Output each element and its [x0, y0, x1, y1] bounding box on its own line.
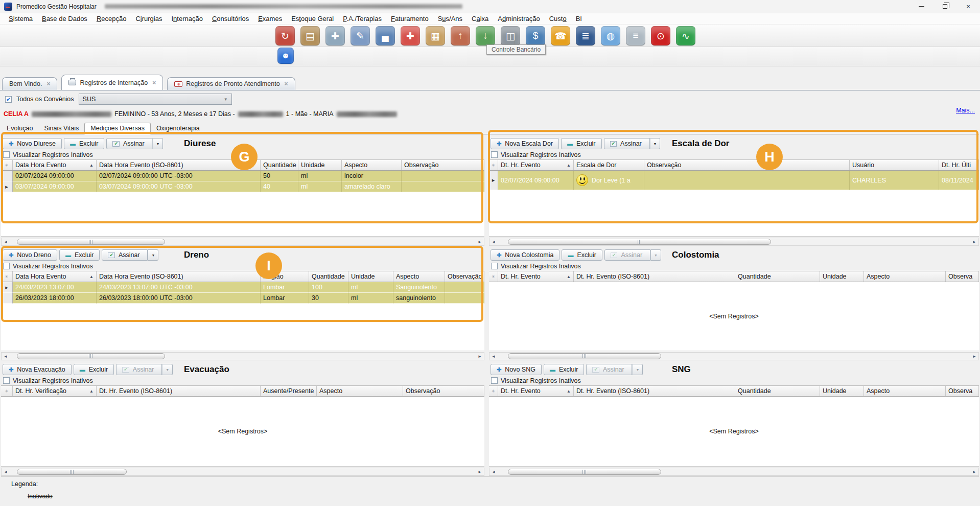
- sign-dropdown-button[interactable]: ▼: [152, 138, 163, 149]
- table-row[interactable]: ▸03/07/2024 09:00:0003/07/2024 09:00:00 …: [1, 181, 484, 192]
- indicator-column-header[interactable]: ✳: [1, 386, 13, 396]
- scrollbar-thumb[interactable]: [17, 239, 165, 245]
- sign-button[interactable]: ✔Assinar: [604, 249, 650, 261]
- column-header[interactable]: Aspecto: [393, 271, 445, 282]
- column-header[interactable]: Dt. Hr. Evento▲: [498, 386, 574, 396]
- column-header[interactable]: Aspecto: [864, 386, 946, 396]
- restore-button[interactable]: [933, 0, 956, 13]
- column-header[interactable]: Data Hora Evento (ISO-8601): [97, 160, 261, 170]
- power-icon[interactable]: ⊙: [651, 26, 670, 45]
- column-header[interactable]: Unidade: [820, 386, 864, 396]
- menu-cirurgias[interactable]: Cirurgias: [131, 14, 167, 24]
- scroll-right-arrow[interactable]: ►: [970, 468, 978, 475]
- show-inactive-checkbox[interactable]: Visualizar Registros Inativos: [1, 150, 484, 159]
- horizontal-scrollbar[interactable]: ◄►: [489, 238, 979, 246]
- all-convenios-checkbox[interactable]: ✔: [5, 96, 12, 103]
- column-header[interactable]: Aspecto: [317, 386, 403, 396]
- column-header[interactable]: Dt. Hr. Evento▲: [498, 271, 574, 282]
- column-header[interactable]: Unidade: [820, 271, 864, 282]
- indicator-column-header[interactable]: ✳: [489, 271, 498, 282]
- show-inactive-checkbox[interactable]: Visualizar Registros Inativos: [489, 150, 979, 159]
- column-header[interactable]: Dt. Hr. Evento (ISO-8601): [574, 386, 735, 396]
- invoice-icon[interactable]: ≡: [626, 26, 645, 45]
- menu-base-de-dados[interactable]: Base de Dados: [37, 14, 92, 24]
- indicator-column-header[interactable]: ✳: [1, 160, 13, 170]
- scroll-left-arrow[interactable]: ◄: [489, 238, 498, 245]
- menu-bi[interactable]: BI: [571, 14, 587, 24]
- table-row[interactable]: 26/03/2023 18:00:0026/03/2023 18:00:00 U…: [1, 293, 484, 304]
- delete-button[interactable]: ▬Excluir: [544, 364, 585, 375]
- sign-button[interactable]: ✔Assinar: [106, 138, 152, 149]
- delete-button[interactable]: ▬Excluir: [561, 138, 602, 149]
- close-button[interactable]: ×: [956, 0, 980, 13]
- sign-dropdown-button[interactable]: ▼: [632, 364, 643, 375]
- scroll-right-arrow[interactable]: ►: [970, 238, 978, 245]
- horizontal-scrollbar[interactable]: ◄►: [1, 352, 484, 360]
- new-record-button[interactable]: ✚Novo Diurese: [3, 138, 62, 149]
- new-record-button[interactable]: ✚Novo Dreno: [3, 249, 57, 261]
- tab-close-icon[interactable]: ×: [152, 79, 156, 86]
- column-header[interactable]: Quantidade: [735, 386, 820, 396]
- new-record-button[interactable]: ✚Novo SNG: [491, 364, 542, 375]
- indicator-column-header[interactable]: ✳: [489, 386, 498, 396]
- show-inactive-checkbox[interactable]: Visualizar Registros Inativos: [489, 261, 979, 271]
- sign-button[interactable]: ✔Assinar: [116, 364, 162, 375]
- column-header[interactable]: Data Hora Evento▲: [13, 160, 97, 170]
- tab-registros-de-interna-o[interactable]: Registros de Internação×: [61, 75, 163, 90]
- column-header[interactable]: Data Hora Evento (ISO-8601): [97, 271, 261, 282]
- scroll-right-arrow[interactable]: ►: [476, 468, 484, 475]
- more-link[interactable]: Mais...: [956, 107, 975, 114]
- menu-exames[interactable]: Exames: [253, 14, 287, 24]
- horizontal-scrollbar[interactable]: ◄►: [1, 468, 484, 476]
- menu-sistema[interactable]: Sistema: [4, 14, 37, 24]
- finance-calculator-icon[interactable]: $: [526, 26, 545, 45]
- menu-interna-o[interactable]: Internação: [167, 14, 207, 24]
- column-header[interactable]: Ausente/Presente: [261, 386, 317, 396]
- delete-button[interactable]: ▬Excluir: [64, 138, 105, 149]
- scroll-right-arrow[interactable]: ►: [970, 353, 978, 360]
- column-header[interactable]: Quantidade: [735, 271, 820, 282]
- indicator-column-header[interactable]: ✳: [1, 271, 13, 282]
- menu-caixa[interactable]: Caixa: [467, 14, 493, 24]
- column-header[interactable]: Dt. Hr. Evento (ISO-8601): [574, 271, 735, 282]
- supplies-box-icon[interactable]: ▦: [426, 26, 445, 45]
- scroll-left-arrow[interactable]: ◄: [2, 468, 10, 475]
- column-header[interactable]: Dt. Hr. Evento (ISO-8601): [97, 386, 261, 396]
- column-header[interactable]: Usuário: [850, 160, 939, 170]
- column-header[interactable]: Escala de Dor: [574, 160, 644, 170]
- menu-custo[interactable]: Custo: [545, 14, 571, 24]
- menu-p-a-terapias[interactable]: P.A./Terapias: [338, 14, 386, 24]
- subtab-evolu-o[interactable]: Evolução: [1, 123, 38, 134]
- tab-close-icon[interactable]: ×: [46, 80, 50, 87]
- new-record-button[interactable]: ✚Nova Colostomia: [491, 249, 559, 261]
- scrollbar-thumb[interactable]: [17, 469, 127, 475]
- scrollbar-thumb[interactable]: [17, 353, 165, 359]
- scroll-right-arrow[interactable]: ►: [476, 238, 484, 245]
- show-inactive-checkbox[interactable]: Visualizar Registros Inativos: [1, 376, 484, 385]
- minimize-button[interactable]: [909, 0, 933, 13]
- hospital-bed-icon[interactable]: ▄: [376, 26, 395, 45]
- scroll-left-arrow[interactable]: ◄: [2, 238, 10, 245]
- column-header[interactable]: Aspecto: [342, 160, 402, 170]
- contacts-book-icon[interactable]: ☻: [277, 48, 294, 64]
- scrollbar-thumb[interactable]: [508, 469, 661, 475]
- scroll-left-arrow[interactable]: ◄: [2, 353, 10, 360]
- column-header[interactable]: Data Hora Evento▲: [13, 271, 97, 282]
- table-row[interactable]: 02/07/2024 09:00:0002/07/2024 09:00:00 U…: [1, 171, 484, 181]
- column-header[interactable]: Observação: [402, 160, 484, 170]
- column-header[interactable]: Quantidade: [309, 271, 348, 282]
- column-header[interactable]: Unidade: [348, 271, 393, 282]
- table-row[interactable]: ▸02/07/2024 09:00:00Dor Leve (1 aCHARLLE…: [489, 171, 979, 190]
- subtab-sinais-vitais[interactable]: Sinais Vitais: [38, 123, 84, 134]
- scroll-right-arrow[interactable]: ►: [476, 353, 484, 360]
- column-header[interactable]: Dt. Hr. Últi: [939, 160, 979, 170]
- money-down-icon[interactable]: ↓: [476, 26, 495, 45]
- sign-button[interactable]: ✔Assinar: [586, 364, 632, 375]
- table-row[interactable]: ▸24/03/2023 13:07:0024/03/2023 13:07:00 …: [1, 282, 484, 293]
- sign-button[interactable]: ✔Assinar: [604, 138, 650, 149]
- menu-recep-o[interactable]: Recepção: [92, 14, 131, 24]
- sign-dropdown-button[interactable]: ▼: [162, 364, 173, 375]
- sync-patients-icon[interactable]: ↻: [275, 26, 295, 45]
- convenio-combobox[interactable]: SUS ▼: [79, 94, 232, 105]
- menu-administra-o[interactable]: Administração: [493, 14, 544, 24]
